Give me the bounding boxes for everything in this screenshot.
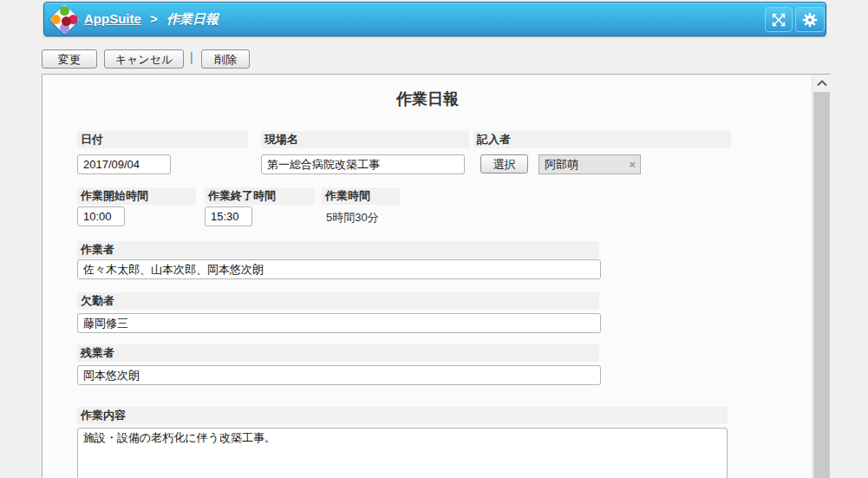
date-label: 日付	[77, 131, 248, 148]
recorder-chip[interactable]: 阿部萌 ×	[538, 154, 641, 174]
end-time-input[interactable]	[205, 206, 252, 226]
settings-button[interactable]	[795, 7, 825, 32]
logo-dot-center	[62, 16, 71, 26]
recorder-chip-name: 阿部萌	[545, 158, 578, 171]
workers-label: 作業者	[77, 241, 599, 259]
expand-icon	[771, 12, 786, 28]
overtime-label: 残業者	[77, 344, 599, 362]
duration-label: 作業時間	[322, 187, 400, 205]
end-time-label: 作業終了時間	[205, 187, 315, 205]
site-name-label: 現場名	[261, 131, 469, 148]
chevron-up-icon	[817, 80, 827, 87]
scrollbar-thumb[interactable]	[813, 92, 830, 478]
recorder-label: 記入者	[473, 131, 731, 148]
app-window: AppSuite > 作業日報 変更 キャンセル	[0, 0, 868, 478]
logo-dot-green	[60, 6, 69, 16]
app-header-bar: AppSuite > 作業日報	[43, 2, 826, 36]
header-page-title: 作業日報	[166, 11, 219, 26]
recorder-select-button[interactable]: 選択	[480, 154, 528, 174]
logo-dot-orange	[51, 15, 61, 24]
form-title: 作業日報	[42, 88, 813, 109]
workers-input[interactable]	[77, 259, 601, 279]
work-details-label: 作業内容	[77, 407, 728, 424]
remove-recorder-icon[interactable]: ×	[629, 158, 636, 171]
delete-button[interactable]: 削除	[201, 49, 250, 69]
vertical-scrollbar[interactable]	[812, 75, 831, 478]
absentees-label: 欠勤者	[77, 292, 599, 310]
overtime-input[interactable]	[77, 365, 601, 385]
scroll-up-button[interactable]	[813, 75, 831, 92]
appsuite-home-link[interactable]: AppSuite	[84, 11, 141, 26]
toolbar-divider: |	[190, 50, 193, 64]
appsuite-logo-icon	[50, 5, 79, 34]
work-details-textarea[interactable]: 施設・設備の老朽化に伴う改築工事。	[77, 428, 728, 478]
start-time-input[interactable]	[77, 206, 125, 226]
cancel-button[interactable]: キャンセル	[104, 49, 184, 69]
site-name-input[interactable]	[261, 154, 465, 174]
breadcrumb: AppSuite > 作業日報	[84, 3, 219, 36]
duration-value: 5時間30分	[326, 210, 379, 226]
date-input[interactable]	[77, 154, 171, 174]
absentees-input[interactable]	[77, 313, 601, 333]
form-panel: 作業日報 日付 現場名 記入者 選択 阿部萌 × 作業開始時間 作業終了時間 作…	[42, 74, 831, 478]
gear-icon	[801, 11, 819, 29]
breadcrumb-separator: >	[150, 11, 158, 26]
start-time-label: 作業開始時間	[77, 187, 196, 205]
edit-button[interactable]: 変更	[42, 49, 97, 69]
fullscreen-button[interactable]	[765, 7, 793, 32]
